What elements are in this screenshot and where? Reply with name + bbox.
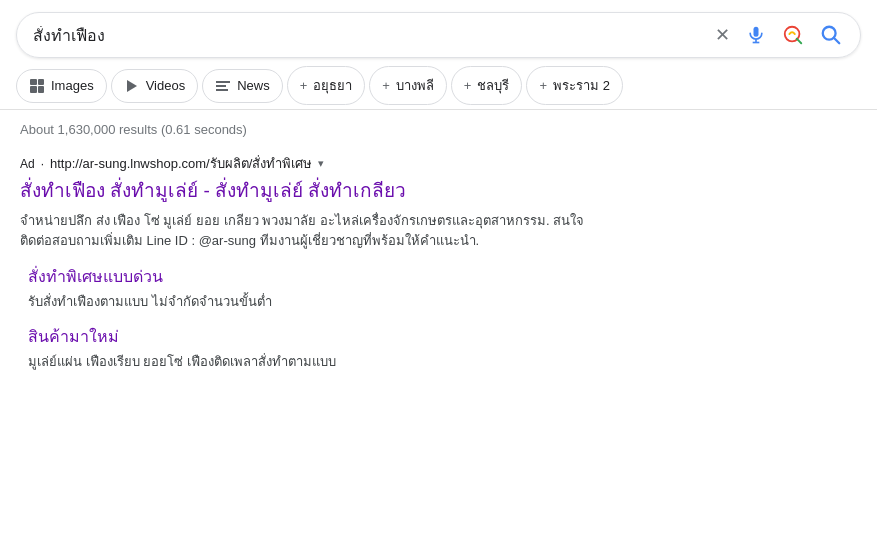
ad-desc-line2: ติดต่อสอบถามเพิ่มเติม Line ID : @ar-sung… <box>20 233 479 248</box>
news-icon <box>215 78 231 94</box>
svg-rect-0 <box>754 27 759 37</box>
plus-icon-chonburi: + <box>464 78 472 93</box>
video-icon <box>124 78 140 94</box>
lens-button[interactable] <box>780 22 806 48</box>
tab-ayutthaya[interactable]: + อยุธยา <box>287 66 366 105</box>
tab-chonburi[interactable]: + ชลบุรี <box>451 66 523 105</box>
tab-videos[interactable]: Videos <box>111 69 199 103</box>
ad-dropdown-button[interactable]: ▾ <box>318 157 324 170</box>
search-bar: ✕ <box>16 12 861 58</box>
tab-phraram2-label: พระราม 2 <box>553 75 610 96</box>
plus-icon-bangphli: + <box>382 78 390 93</box>
ad-section: Ad · http://ar-sung.lnwshop.com/รับผลิต/… <box>20 153 857 371</box>
tab-videos-label: Videos <box>146 78 186 93</box>
plus-icon-phraram2: + <box>539 78 547 93</box>
tab-phraram2[interactable]: + พระราม 2 <box>526 66 622 105</box>
sitelink-item-1: สินค้ามาใหม่ มูเล่ย์แผ่น เฟืองเรียบ ยอยโ… <box>28 324 857 372</box>
results-count: About 1,630,000 results (0.61 seconds) <box>20 122 857 137</box>
ad-label: Ad <box>20 157 35 171</box>
tab-news-label: News <box>237 78 270 93</box>
search-icons: ✕ <box>713 22 844 48</box>
nav-tabs: Images Videos News + อยุธยา + บางพลี + ช… <box>0 58 877 110</box>
sitelink-desc-1: มูเล่ย์แผ่น เฟืองเรียบ ยอยโซ่ เฟืองติดเพ… <box>28 352 857 372</box>
tab-news[interactable]: News <box>202 69 283 103</box>
sitelink-title-1[interactable]: สินค้ามาใหม่ <box>28 324 857 349</box>
tab-bangphli[interactable]: + บางพลี <box>369 66 447 105</box>
svg-line-5 <box>834 38 840 44</box>
sitelink-desc-0: รับสั่งทำเฟืองตามแบบ ไม่จำกัดจำนวนขั้นต่… <box>28 292 857 312</box>
tab-images-label: Images <box>51 78 94 93</box>
sitelink-item-0: สั่งทำพิเศษแบบด่วน รับสั่งทำเฟืองตามแบบ … <box>28 264 857 312</box>
sitelinks: สั่งทำพิเศษแบบด่วน รับสั่งทำเฟืองตามแบบ … <box>20 264 857 371</box>
tab-ayutthaya-label: อยุธยา <box>313 75 352 96</box>
results-area: About 1,630,000 results (0.61 seconds) A… <box>0 110 877 391</box>
plus-icon-ayutthaya: + <box>300 78 308 93</box>
ad-header: Ad · http://ar-sung.lnwshop.com/รับผลิต/… <box>20 153 857 174</box>
mic-button[interactable] <box>744 23 768 47</box>
search-bar-container: ✕ <box>0 0 877 58</box>
ad-desc-line1: จำหน่ายปลึก ส่ง เฟือง โซ่ มูเล่ย์ ยอย เก… <box>20 213 584 228</box>
ad-dot: · <box>41 157 44 171</box>
tab-chonburi-label: ชลบุรี <box>477 75 509 96</box>
images-icon <box>29 78 45 94</box>
search-input[interactable] <box>33 26 705 44</box>
search-button[interactable] <box>818 22 844 48</box>
ad-title[interactable]: สั่งทำเฟือง สั่งทำมูเล่ย์ - สั่งทำมูเล่ย… <box>20 178 857 205</box>
sitelink-title-0[interactable]: สั่งทำพิเศษแบบด่วน <box>28 264 857 289</box>
tab-images[interactable]: Images <box>16 69 107 103</box>
ad-url: http://ar-sung.lnwshop.com/รับผลิต/สั่งท… <box>50 153 312 174</box>
clear-button[interactable]: ✕ <box>713 22 732 48</box>
ad-description: จำหน่ายปลึก ส่ง เฟือง โซ่ มูเล่ย์ ยอย เก… <box>20 211 857 253</box>
tab-bangphli-label: บางพลี <box>396 75 434 96</box>
